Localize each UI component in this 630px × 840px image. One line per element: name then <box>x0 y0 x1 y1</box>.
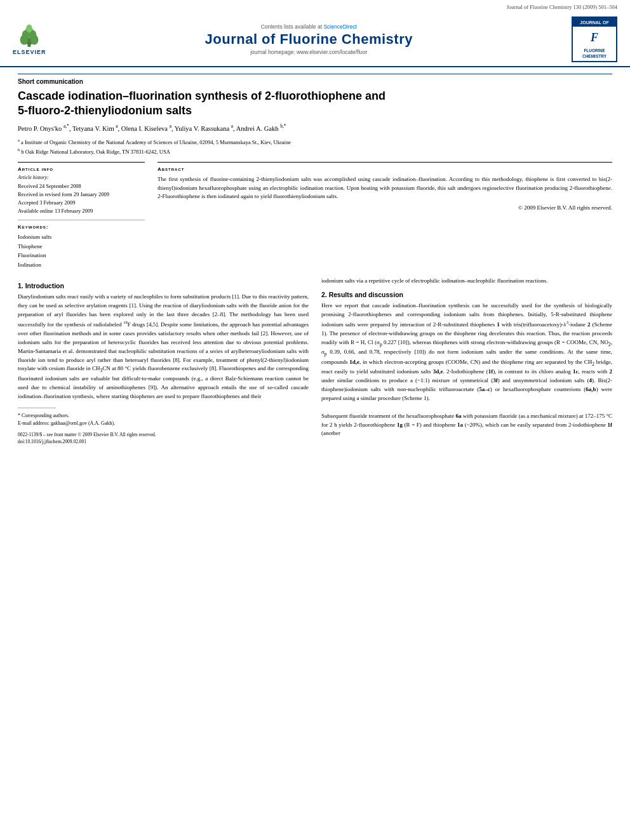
elsevier-logo: ELSEVIER <box>13 23 46 55</box>
header-left: ELSEVIER <box>13 23 46 55</box>
contents-line: Contents lists available at ScienceDirec… <box>46 23 572 30</box>
journal-title: Journal of Fluorine Chemistry <box>46 31 572 48</box>
article-type: Short communication <box>18 74 612 85</box>
article-info-column: Article info Article history: Received 2… <box>18 162 145 269</box>
abstract-column: Abstract The first synthesis of fluorine… <box>158 162 612 269</box>
affiliations: a a Institute of Organic Chemistry of th… <box>18 137 612 156</box>
footnote-divider <box>18 408 56 408</box>
footnote-email: E-mail address: gakhaa@ornl.gov (A.A. Ga… <box>18 420 309 427</box>
journal-reference: Journal of Fluorine Chemistry 130 (2009)… <box>507 4 617 10</box>
main-content: Short communication Cascade iodination–f… <box>0 67 630 455</box>
section2-text: Here we report that cascade iodination–f… <box>321 302 612 439</box>
article-title: Cascade iodination–fluorination synthesi… <box>18 89 612 117</box>
abstract-heading: Abstract <box>158 166 612 172</box>
history-label: Article history: <box>18 175 145 180</box>
body-col-right: iodonium salts via a repetitive cycle of… <box>321 277 612 445</box>
keywords-heading: Keywords: <box>18 224 145 230</box>
elsevier-tree-icon <box>17 23 42 49</box>
revised-date: Received in revised form 29 January 2009 <box>18 190 145 199</box>
sciencedirect-link[interactable]: ScienceDirect <box>323 23 356 30</box>
logo-bottom-text: FLUORINE CHEMISTRY <box>582 48 607 61</box>
keywords-section: Keywords: Iodonium salts Thiophene Fluor… <box>18 224 145 269</box>
section1-continuation: iodonium salts via a repetitive cycle of… <box>321 277 612 286</box>
page: Journal of Fluorine Chemistry 130 (2009)… <box>0 0 630 840</box>
section1-text: Diaryliodonium salts react easily with a… <box>18 293 309 401</box>
copyright-notice: © 2009 Elsevier B.V. All rights reserved… <box>158 204 612 211</box>
body-content: 1. Introduction Diaryliodonium salts rea… <box>18 277 612 445</box>
journal-header: ELSEVIER Contents lists available at Sci… <box>0 11 630 67</box>
abstract-text: The first synthesis of fluorine-containi… <box>158 175 612 201</box>
journal-homepage: journal homepage: www.elsevier.com/locat… <box>46 49 572 55</box>
keyword-3: Fluorination <box>18 251 145 260</box>
keyword-2: Thiophene <box>18 242 145 251</box>
accepted-date: Accepted 3 February 2009 <box>18 199 145 207</box>
header-center: Contents lists available at ScienceDirec… <box>46 23 572 55</box>
section1-heading: 1. Introduction <box>18 282 309 290</box>
article-info-heading: Article info <box>18 166 145 172</box>
available-date: Available online 13 February 2009 <box>18 207 145 215</box>
section2-heading: 2. Results and discussion <box>321 291 612 298</box>
received-date: Received 24 September 2008 <box>18 182 145 190</box>
info-divider <box>18 220 145 220</box>
article-info-abstract-section: Article info Article history: Received 2… <box>18 162 612 269</box>
issn-line: 0022-1139/$ – see front matter © 2009 El… <box>18 431 309 446</box>
journal-logo-right: JOURNAL OF F FLUORINE CHEMISTRY <box>572 17 617 62</box>
svg-point-7 <box>26 25 32 33</box>
journal-top-bar: Journal of Fluorine Chemistry 130 (2009)… <box>0 0 630 11</box>
logo-top-strip: JOURNAL OF <box>573 18 616 27</box>
body-col-left: 1. Introduction Diaryliodonium salts rea… <box>18 277 309 445</box>
elsevier-label: ELSEVIER <box>13 49 46 55</box>
logo-mid: F <box>591 27 598 48</box>
article-history: Article history: Received 24 September 2… <box>18 175 145 215</box>
footnote-corresponding: * Corresponding authors. <box>18 412 309 420</box>
keyword-4: Iodination <box>18 260 145 269</box>
authors: Petro P. Onys'ko a,*, Tetyana V. Kim a, … <box>18 123 612 133</box>
keyword-1: Iodonium salts <box>18 232 145 241</box>
